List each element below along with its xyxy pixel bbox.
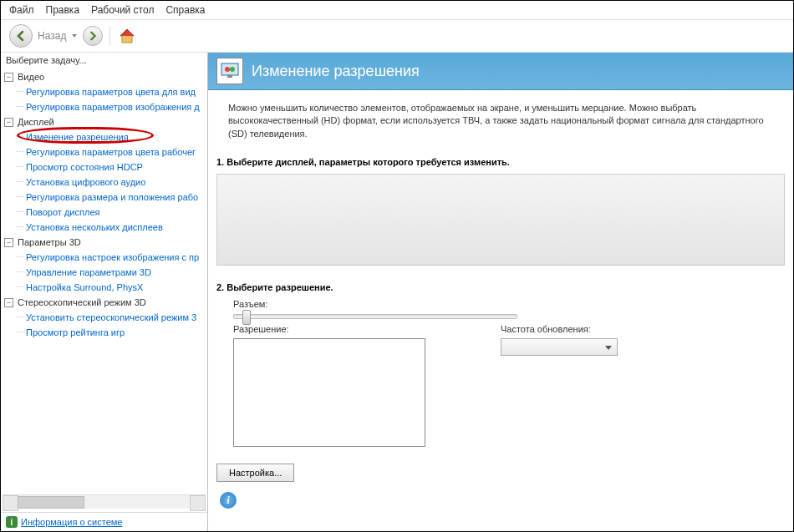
horizontal-scrollbar[interactable] — [3, 494, 206, 509]
task-tree: − Видео ⋯Регулировка параметров цвета дл… — [1, 68, 207, 494]
resolution-listbox[interactable] — [233, 338, 425, 447]
tree-item[interactable]: ⋯Установить стереоскопический режим 3 — [13, 310, 207, 325]
dropdown-icon[interactable] — [71, 33, 78, 39]
main-panel: Изменение разрешения Можно уменьшить кол… — [208, 53, 793, 531]
step2-heading: 2. Выберите разрешение. — [216, 279, 785, 296]
tree-item[interactable]: ⋯Регулировка параметров цвета для вид — [13, 84, 207, 99]
menu-edit[interactable]: Правка — [46, 4, 80, 16]
info-icon: i — [220, 492, 237, 509]
sidebar-title: Выберите задачу... — [1, 53, 207, 68]
tree-item[interactable]: ⋯Регулировка параметров изображения д — [13, 99, 207, 114]
step1-heading: 1. Выберите дисплей, параметры которого … — [216, 154, 785, 170]
connector-slider[interactable] — [233, 314, 517, 319]
info-icon: i — [6, 516, 18, 528]
menubar: Файл Правка Рабочий стол Справка — [1, 1, 793, 20]
system-info-link[interactable]: i Информация о системе — [1, 512, 207, 531]
tree-item[interactable]: ⋯Установка нескольких дисплеев — [13, 220, 207, 235]
tree-node-display[interactable]: − Дисплей — [1, 114, 207, 129]
resolution-icon — [216, 58, 243, 84]
slider-thumb[interactable] — [242, 310, 251, 325]
sidebar: Выберите задачу... − Видео ⋯Регулировка … — [1, 53, 208, 531]
refresh-label: Частота обновления: — [501, 324, 618, 334]
highlight-annotation — [17, 127, 154, 144]
tree-item[interactable]: ⋯Просмотр состояния HDCP — [13, 160, 207, 175]
tree-node-stereo[interactable]: − Стереоскопический режим 3D — [1, 295, 207, 310]
tree-node-3d[interactable]: − Параметры 3D — [1, 235, 207, 250]
back-label: Назад — [38, 30, 66, 42]
menu-file[interactable]: Файл — [9, 4, 34, 16]
tree-item[interactable]: ⋯Управление параметрами 3D — [13, 265, 207, 280]
tree-item[interactable]: ⋯Настройка Surround, PhysX — [13, 280, 207, 295]
tree-item[interactable]: ⋯Регулировка параметров цвета рабочег — [13, 144, 207, 160]
page-title: Изменение разрешения — [252, 63, 420, 80]
collapse-icon[interactable]: − — [4, 238, 13, 247]
page-description: Можно уменьшить количество элементов, от… — [208, 90, 793, 149]
resolution-label: Разрешение: — [233, 324, 425, 334]
tree-item[interactable]: ⋯Регулировка размера и положения рабо — [13, 190, 207, 205]
collapse-icon[interactable]: − — [4, 118, 13, 127]
menu-desktop[interactable]: Рабочий стол — [91, 4, 154, 16]
svg-rect-3 — [227, 75, 232, 78]
svg-point-2 — [230, 67, 235, 72]
tree-item-change-resolution[interactable]: ⋯ Изменение разрешения — [13, 129, 207, 144]
display-selector-area[interactable] — [216, 174, 785, 266]
menu-help[interactable]: Справка — [165, 4, 205, 16]
collapse-icon[interactable]: − — [4, 298, 13, 307]
tree-item[interactable]: ⋯Установка цифрового аудио — [13, 175, 207, 190]
collapse-icon[interactable]: − — [4, 73, 13, 82]
refresh-rate-combo[interactable] — [501, 338, 618, 356]
connector-label: Разъем: — [233, 299, 768, 309]
toolbar: Назад — [1, 20, 793, 53]
svg-point-1 — [225, 67, 230, 72]
back-button[interactable] — [9, 24, 33, 48]
tree-item[interactable]: ⋯Поворот дисплея — [13, 205, 207, 220]
page-header: Изменение разрешения — [208, 53, 793, 90]
tree-item[interactable]: ⋯Регулировка настроек изображения с пр — [13, 250, 207, 265]
tree-item[interactable]: ⋯Просмотр рейтинга игр — [13, 325, 207, 340]
forward-button[interactable] — [83, 26, 103, 46]
tree-node-video[interactable]: − Видео — [1, 69, 207, 84]
customize-button[interactable]: Настройка... — [216, 464, 294, 482]
home-button[interactable] — [117, 26, 137, 46]
